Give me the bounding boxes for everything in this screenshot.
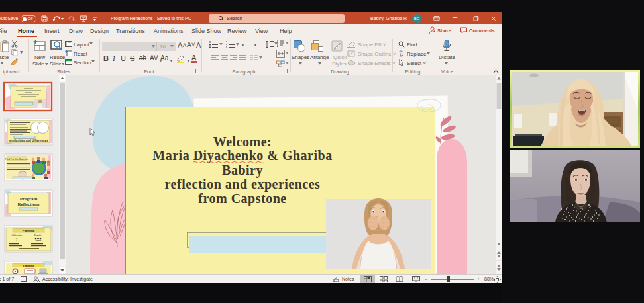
svg-text:Find For the Success: Find For the Success — [5, 158, 28, 161]
svg-text:Maria Diyachenko & Ghariba: Maria Diyachenko & Ghariba — [152, 148, 332, 163]
svg-text:similarities and differences: similarities and differences — [9, 139, 48, 142]
svg-text:Program: Program — [20, 196, 38, 202]
svg-text:Benefit:: Benefit: — [34, 234, 42, 237]
svg-text:Planning: Planning — [23, 229, 35, 232]
svg-text:+/difficulties:: +/difficulties: — [11, 234, 23, 237]
svg-text:Reflections: Reflections — [17, 202, 39, 207]
svg-text:reflection and experiences: reflection and experiences — [165, 177, 321, 192]
svg-text:Tracking: Tracking — [23, 264, 34, 267]
svg-text:Babiry: Babiry — [222, 163, 263, 178]
svg-text:from Capstone: from Capstone — [198, 191, 286, 206]
svg-text:?: ? — [16, 238, 18, 241]
svg-text:Welcome:: Welcome: — [213, 134, 272, 149]
